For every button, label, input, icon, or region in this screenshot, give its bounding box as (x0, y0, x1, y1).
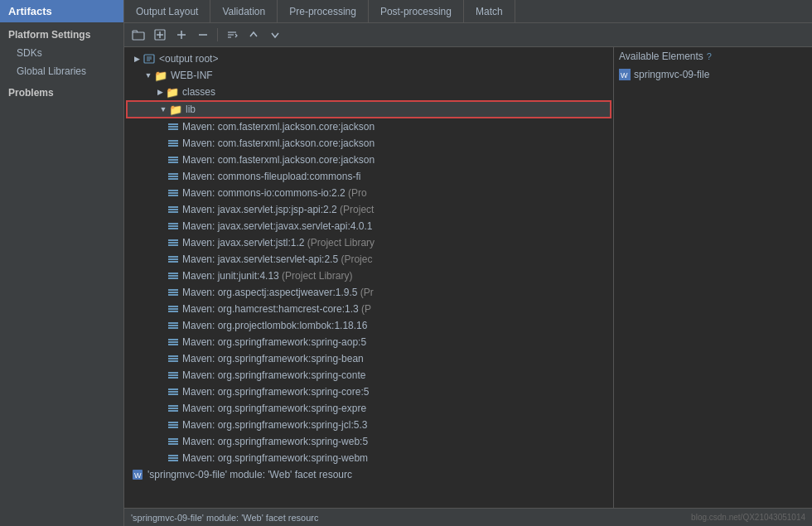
maven-label-10: Maven: org.aspectj:aspectjweaver:1.9.5 (… (182, 287, 374, 298)
maven-label-17: Maven: org.springframework:spring-expre (182, 403, 366, 414)
tree-row-classes[interactable]: ▶ 📁 classes (124, 84, 613, 100)
tree-row-maven-14[interactable]: Maven: org.springframework:spring-bean (124, 350, 613, 367)
tree-row-maven-2[interactable]: Maven: com.fasterxml.jackson.core:jackso… (124, 152, 613, 168)
maven-label-16: Maven: org.springframework:spring-core:5 (182, 386, 369, 398)
tree-row-output-root[interactable]: ▶ <output root> (124, 51, 613, 67)
lib-label: lib (186, 104, 196, 115)
maven-label-1: Maven: com.fasterxml.jackson.core:jackso… (182, 138, 375, 149)
available-elements-title: Available Elements ? (619, 51, 807, 62)
classes-folder-icon: 📁 (166, 85, 179, 99)
tab-match[interactable]: Match (464, 0, 515, 22)
maven-label-7: Maven: javax.servlet:jstl:1.2 (Project L… (182, 237, 375, 249)
tree-row-maven-13[interactable]: Maven: org.springframework:spring-aop:5 (124, 334, 613, 350)
tree-row-maven-18[interactable]: Maven: org.springframework:spring-jcl:5.… (124, 417, 613, 433)
available-elements-label: Available Elements (619, 51, 703, 62)
output-icon (143, 52, 156, 65)
tree-row-maven-7[interactable]: Maven: javax.servlet:jstl:1.2 (Project L… (124, 234, 613, 251)
jar-icon-12 (167, 320, 179, 331)
module-label: 'springmvc-09-file' module: 'Web' facet … (147, 469, 352, 480)
jar-icon-0 (167, 121, 179, 133)
available-item-0[interactable]: W springmvc-09-file (619, 67, 807, 82)
tree-row-maven-9[interactable]: Maven: junit:junit:4.13 (Project Library… (124, 268, 613, 284)
maven-label-19: Maven: org.springframework:spring-web:5 (182, 436, 368, 447)
sidebar-header[interactable]: Artifacts (0, 0, 123, 22)
separator-1 (217, 28, 218, 41)
maven-label-15: Maven: org.springframework:spring-conte (182, 369, 365, 381)
plus-btn[interactable] (172, 26, 191, 44)
jar-icon-11 (167, 303, 179, 315)
tree-row-maven-16[interactable]: Maven: org.springframework:spring-core:5 (124, 384, 613, 400)
module-icon: W (131, 468, 144, 481)
jar-icon-7 (167, 237, 179, 249)
tree-row-maven-11[interactable]: Maven: org.hamcrest:hamcrest-core:1.3 (P (124, 301, 613, 317)
jar-icon-16 (167, 386, 179, 398)
help-icon[interactable]: ? (707, 51, 712, 61)
svg-rect-0 (133, 32, 144, 40)
tree-row-lib[interactable]: ▼ 📁 lib (126, 100, 611, 118)
tree-row-maven-0[interactable]: Maven: com.fasterxml.jackson.core:jackso… (124, 118, 613, 135)
maven-label-13: Maven: org.springframework:spring-aop:5 (182, 336, 366, 348)
tree-row-maven-17[interactable]: Maven: org.springframework:spring-expre (124, 400, 613, 417)
tree-row-web-inf[interactable]: ▼ 📁 WEB-INF (124, 67, 613, 84)
maven-label-6: Maven: javax.servlet:javax.servlet-api:4… (182, 220, 372, 232)
tree-row-maven-8[interactable]: Maven: javax.servlet:servlet-api:2.5 (Pr… (124, 251, 613, 268)
tab-pre-processing[interactable]: Pre-processing (278, 0, 369, 22)
tab-bar: Output Layout Validation Pre-processing … (124, 0, 812, 23)
tree-row-maven-12[interactable]: Maven: org.projectlombok:lombok:1.18.16 (124, 317, 613, 334)
output-root-label: <output root> (159, 53, 218, 65)
maven-label-8: Maven: javax.servlet:servlet-api:2.5 (Pr… (182, 253, 372, 265)
maven-label-12: Maven: org.projectlombok:lombok:1.18.16 (182, 320, 367, 331)
tab-validation[interactable]: Validation (210, 0, 278, 22)
lib-arrow-icon: ▼ (157, 105, 169, 113)
jar-icon-17 (167, 403, 179, 414)
web-inf-arrow-icon: ▼ (143, 71, 154, 80)
jar-icon-5 (167, 204, 179, 215)
tree-panel[interactable]: ▶ <output root> ▼ 📁 (124, 47, 613, 508)
platform-settings-label: Platform Settings (0, 22, 123, 44)
maven-label-5: Maven: javax.servlet.jsp:jsp-api:2.2 (Pr… (182, 204, 374, 215)
svg-text:W: W (621, 71, 628, 80)
maven-label-18: Maven: org.springframework:spring-jcl:5.… (182, 419, 367, 431)
right-panel: Output Layout Validation Pre-processing … (124, 0, 812, 526)
down-btn[interactable] (266, 26, 284, 44)
content-area: ▶ <output root> ▼ 📁 (124, 47, 812, 508)
jar-icon-9 (167, 270, 179, 282)
tree-row-maven-5[interactable]: Maven: javax.servlet.jsp:jsp-api:2.2 (Pr… (124, 201, 613, 218)
tree-row-maven-4[interactable]: Maven: commons-io:commons-io:2.2 (Pro (124, 185, 613, 201)
jar-icon-8 (167, 253, 179, 265)
tree-row-maven-3[interactable]: Maven: commons-fileupload:commons-fi (124, 168, 613, 185)
up-btn[interactable] (244, 26, 263, 44)
jar-icon-4 (167, 187, 179, 199)
tab-post-processing[interactable]: Post-processing (369, 0, 464, 22)
jar-icon-6 (167, 220, 179, 232)
classes-arrow-icon: ▶ (154, 88, 166, 96)
sort-btn[interactable] (223, 26, 241, 44)
available-panel: Available Elements ? W springmvc-09-file (613, 47, 812, 508)
sidebar-item-sdks[interactable]: SDKs (0, 44, 123, 62)
folder-btn[interactable] (129, 26, 147, 44)
jar-icon-2 (167, 154, 179, 166)
jar-icon-13 (167, 336, 179, 348)
available-item-icon-0: W (619, 69, 631, 80)
maven-label-0: Maven: com.fasterxml.jackson.core:jackso… (182, 121, 375, 133)
add-btn[interactable] (151, 26, 169, 44)
tree-row-maven-1[interactable]: Maven: com.fasterxml.jackson.core:jackso… (124, 135, 613, 152)
tree-row-maven-15[interactable]: Maven: org.springframework:spring-conte (124, 367, 613, 384)
tree-row-maven-20[interactable]: Maven: org.springframework:spring-webm (124, 450, 613, 466)
classes-label: classes (182, 86, 215, 98)
maven-label-2: Maven: com.fasterxml.jackson.core:jackso… (182, 154, 375, 166)
tree-row-module[interactable]: W 'springmvc-09-file' module: 'Web' face… (124, 466, 613, 483)
bottom-info-text: 'springmvc-09-file' module: 'Web' facet … (131, 513, 318, 523)
sidebar-item-global-libraries[interactable]: Global Libraries (0, 62, 123, 80)
maven-label-14: Maven: org.springframework:spring-bean (182, 353, 364, 364)
lib-folder-icon: 📁 (169, 103, 182, 116)
watermark: blog.csdn.net/QX21043051014 (691, 513, 805, 522)
tree-row-maven-10[interactable]: Maven: org.aspectj:aspectjweaver:1.9.5 (… (124, 284, 613, 301)
minus-btn[interactable] (194, 26, 212, 44)
tree-row-maven-6[interactable]: Maven: javax.servlet:javax.servlet-api:4… (124, 218, 613, 234)
web-inf-label: WEB-INF (171, 70, 213, 81)
tab-output-layout[interactable]: Output Layout (124, 0, 210, 22)
sidebar-item-problems[interactable]: Problems (0, 80, 123, 102)
available-item-label-0: springmvc-09-file (634, 69, 709, 80)
tree-row-maven-19[interactable]: Maven: org.springframework:spring-web:5 (124, 433, 613, 450)
